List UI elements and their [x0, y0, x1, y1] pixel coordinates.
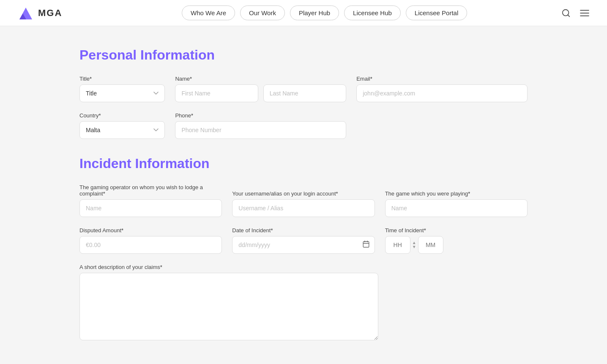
main-content: Personal Information Title* Title Mr Mrs…: [71, 26, 536, 364]
claims-row: A short description of your claims*: [79, 264, 528, 340]
nav-player-hub[interactable]: Player Hub: [290, 5, 339, 20]
time-hh-input[interactable]: [385, 236, 410, 254]
operator-group: The gaming operator on whom you wish to …: [79, 184, 222, 217]
title-group: Title* Title Mr Mrs Ms Dr: [79, 76, 165, 102]
personal-information-section: Personal Information Title* Title Mr Mrs…: [79, 47, 528, 139]
title-label: Title*: [79, 76, 165, 82]
form-row-title-name-email: Title* Title Mr Mrs Ms Dr Name*: [79, 76, 528, 102]
time-mm-input[interactable]: [418, 236, 443, 254]
claims-label: A short description of your claims*: [79, 264, 378, 270]
name-group: Name*: [175, 76, 346, 102]
search-icon[interactable]: [561, 8, 571, 18]
mga-logo-icon: [17, 4, 35, 22]
operator-input[interactable]: [79, 199, 222, 217]
last-name-input[interactable]: [263, 84, 346, 102]
country-group: Country* Malta United Kingdom Germany Fr…: [79, 112, 165, 139]
claims-group: A short description of your claims*: [79, 264, 378, 340]
claims-textarea[interactable]: [79, 273, 378, 340]
time-down-arrow[interactable]: ▼: [412, 245, 416, 249]
incident-row-1: The gaming operator on whom you wish to …: [79, 184, 528, 217]
game-label: The game which you were playing*: [385, 190, 528, 197]
date-input[interactable]: [232, 236, 375, 254]
nav-licensee-hub[interactable]: Licensee Hub: [344, 5, 401, 20]
name-label: Name*: [175, 76, 346, 82]
phone-input[interactable]: [175, 121, 346, 139]
incident-row-2: Disputed Amount* Date of Incident*: [79, 227, 528, 254]
svg-line-3: [568, 15, 569, 16]
hamburger-menu-icon[interactable]: [579, 8, 590, 19]
form-row-country-phone: Country* Malta United Kingdom Germany Fr…: [79, 112, 528, 139]
logo-text: MGA: [38, 8, 62, 19]
name-inputs: [175, 84, 346, 102]
username-label: Your username/alias on your login accoun…: [232, 190, 375, 197]
disputed-amount-label: Disputed Amount*: [79, 227, 222, 234]
time-colon-separator: ▲ ▼: [412, 241, 416, 249]
operator-label: The gaming operator on whom you wish to …: [79, 184, 222, 197]
username-group: Your username/alias on your login accoun…: [232, 190, 375, 217]
username-input[interactable]: [232, 199, 375, 217]
phone-label: Phone*: [175, 112, 346, 119]
time-label: Time of Incident*: [385, 227, 528, 234]
incident-info-title: Incident Information: [79, 156, 528, 171]
game-group: The game which you were playing*: [385, 190, 528, 217]
nav-links: Who We Are Our Work Player Hub Licensee …: [87, 5, 561, 20]
phone-group: Phone*: [175, 112, 346, 139]
logo[interactable]: MGA: [17, 4, 62, 22]
game-input[interactable]: [385, 199, 528, 217]
date-input-wrapper: [232, 236, 375, 254]
nav-our-work[interactable]: Our Work: [240, 5, 285, 20]
first-name-input[interactable]: [175, 84, 258, 102]
disputed-amount-input[interactable]: [79, 236, 222, 254]
email-input[interactable]: [356, 84, 528, 102]
disputed-amount-group: Disputed Amount*: [79, 227, 222, 254]
country-label: Country*: [79, 112, 165, 119]
date-group: Date of Incident*: [232, 227, 375, 254]
title-select[interactable]: Title Mr Mrs Ms Dr: [79, 84, 165, 102]
time-group: Time of Incident* ▲ ▼: [385, 227, 528, 254]
email-label: Email*: [356, 76, 528, 82]
navbar: MGA Who We Are Our Work Player Hub Licen…: [0, 0, 607, 26]
personal-info-title: Personal Information: [79, 47, 528, 63]
date-label: Date of Incident*: [232, 227, 375, 234]
nav-licensee-portal[interactable]: Licensee Portal: [406, 5, 467, 20]
nav-actions: [561, 8, 590, 19]
nav-who-we-are[interactable]: Who We Are: [182, 5, 235, 20]
email-group: Email*: [356, 76, 528, 102]
country-select[interactable]: Malta United Kingdom Germany France Ital…: [79, 121, 165, 139]
time-input-wrapper: ▲ ▼: [385, 236, 528, 254]
incident-information-section: Incident Information The gaming operator…: [79, 156, 528, 340]
